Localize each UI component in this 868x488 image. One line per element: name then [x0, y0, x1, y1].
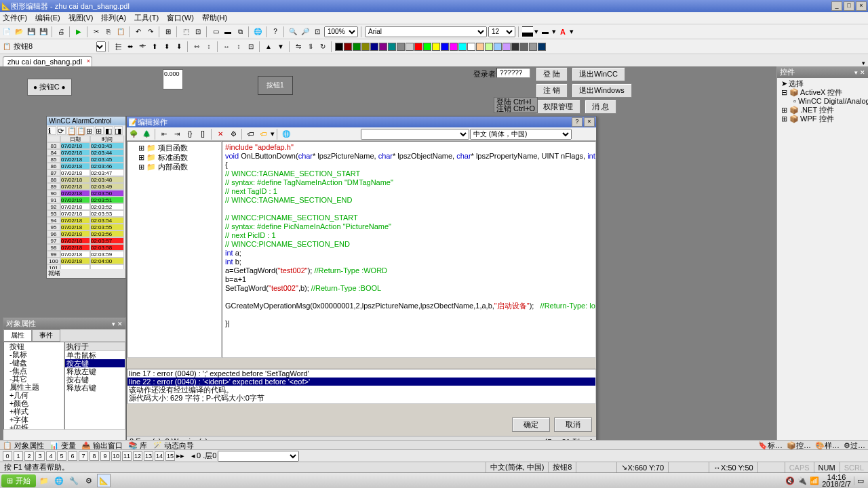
copy-icon[interactable]: ⎘: [103, 26, 114, 37]
font-family-select[interactable]: Arial: [365, 26, 487, 37]
color-swatch[interactable]: [538, 43, 546, 51]
align-left-icon[interactable]: ⬱: [113, 41, 123, 52]
layer-next-icon[interactable]: ▸▸: [176, 451, 184, 460]
exit-windows-button[interactable]: 退出Windows: [572, 83, 632, 98]
color-swatch[interactable]: [379, 43, 387, 51]
menu-edit[interactable]: 编辑(E): [35, 13, 60, 23]
open-icon[interactable]: 📂: [14, 26, 24, 37]
props-category-tree[interactable]: 按钮-鼠标-键盘-焦点-其它属性主题+几何+颜色+样式+字体+闪烁+其它+填充+…: [3, 342, 64, 430]
tree-select[interactable]: ➤ 选择: [778, 79, 867, 88]
layer-7[interactable]: 7: [79, 451, 88, 461]
prop-list-item[interactable]: 按左键: [65, 359, 125, 367]
layer-8[interactable]: 8: [90, 451, 99, 461]
menu-help[interactable]: 帮助(H): [202, 13, 227, 23]
color-swatch[interactable]: [344, 43, 352, 51]
layer-10[interactable]: 10: [111, 451, 121, 461]
prop-list-item[interactable]: 释放右键: [65, 384, 125, 392]
tree-wpf[interactable]: ⊞ 📦 WPF 控件: [778, 115, 867, 123]
cancel-button[interactable]: 取消: [554, 418, 592, 432]
samew-icon[interactable]: ↔: [221, 41, 232, 52]
menu-tools[interactable]: 工具(T): [134, 13, 159, 23]
align-top-icon[interactable]: ⬆: [149, 41, 160, 52]
taskbar-ie-icon[interactable]: 🌐: [52, 474, 66, 487]
object-dropdown[interactable]: [96, 41, 106, 52]
flipv-icon[interactable]: ⥮: [305, 41, 316, 52]
align-bot-icon[interactable]: ⬇: [174, 41, 184, 52]
error-pane[interactable]: line 17 : error (0040) : ';' expected be…: [127, 369, 596, 404]
code-globe-icon[interactable]: 🌐: [280, 129, 292, 140]
alarm-row[interactable]: 8507/02/1802:03:45: [47, 156, 125, 163]
color-swatch[interactable]: [502, 43, 511, 51]
code-outdent-icon[interactable]: ⇤: [158, 129, 170, 140]
taskbar-editor-icon[interactable]: 📐: [97, 474, 111, 487]
taskbar-app2-icon[interactable]: ⚙: [82, 474, 96, 487]
color-swatch[interactable]: [494, 43, 502, 51]
run-icon[interactable]: ▶: [73, 26, 84, 37]
props-tab-properties[interactable]: 属性: [3, 329, 32, 342]
color-swatch[interactable]: [361, 43, 370, 51]
prop-tree-item[interactable]: 按钮: [4, 342, 64, 350]
color-swatch[interactable]: [423, 43, 431, 51]
minimize-button[interactable]: _: [831, 1, 842, 11]
cut-icon[interactable]: ✂: [91, 26, 102, 37]
color-swatch[interactable]: [511, 43, 519, 51]
code-lang-select[interactable]: 中文 (简体，中国): [470, 129, 572, 140]
prop-tree-item[interactable]: 属性主题: [4, 383, 64, 391]
fillcolor-icon[interactable]: [522, 26, 533, 37]
alarm-tb-icon[interactable]: ◧: [104, 126, 113, 135]
alarm-control[interactable]: WinCC AlarmControl ℹ⟳📋📋⊞⊞◧◨ 日期时间 8307/02…: [46, 116, 126, 279]
props-icon[interactable]: 📋: [1, 41, 12, 52]
alarm-row[interactable]: 9907/02/1802:03:59: [47, 251, 125, 258]
textcolor-icon[interactable]: A: [557, 26, 568, 37]
layer-9[interactable]: 9: [100, 451, 110, 461]
align-center-icon[interactable]: ⬌: [125, 41, 136, 52]
tree-item[interactable]: ⊞ 📁 项目函数: [129, 143, 220, 152]
prop-tree-item[interactable]: +闪烁: [4, 424, 64, 430]
fliph-icon[interactable]: ⇋: [293, 41, 304, 52]
tree-item[interactable]: ▫ WinCC Digital/Analog C: [781, 97, 868, 106]
tray-showdesktop[interactable]: ▭: [854, 476, 864, 485]
alarm-tb-icon[interactable]: 📋: [76, 126, 85, 135]
dist-v-icon[interactable]: ↕: [203, 41, 214, 52]
zoomfit-icon[interactable]: ⊡: [312, 26, 323, 37]
code-editor[interactable]: #include "apdefap.h" void OnLButtonDown(…: [222, 141, 596, 358]
alarm-row[interactable]: 8707/02/1802:03:47: [47, 169, 125, 176]
props-tab-events[interactable]: 事件: [32, 329, 60, 342]
alarm-row[interactable]: 9507/02/1802:03:55: [47, 224, 125, 230]
exit-wincc-button[interactable]: 退出WinCC: [572, 67, 625, 81]
layer-prev-icon[interactable]: ◂: [191, 451, 195, 460]
prop-list-item[interactable]: 释放左键: [65, 367, 125, 375]
color-swatch[interactable]: [520, 43, 528, 51]
color-swatch[interactable]: [335, 43, 343, 51]
tray-icon[interactable]: 🔌: [797, 476, 807, 485]
design-canvas[interactable]: ● 按钮C ● 0.000 按钮1 登录者: ?????? 登 陆 退出WinC…: [0, 66, 776, 448]
alarm-row[interactable]: 9007/02/1802:03:50: [47, 190, 125, 197]
linecolor-icon[interactable]: ▬: [540, 26, 551, 37]
color-swatch[interactable]: [441, 43, 449, 51]
align-right-icon[interactable]: ⬲: [137, 41, 148, 52]
layer-5[interactable]: 5: [57, 451, 66, 461]
prop-tree-item[interactable]: +颜色: [4, 399, 64, 407]
prop-tree-item[interactable]: -鼠标: [4, 350, 64, 359]
code-tag-icon[interactable]: 🏷: [245, 129, 257, 140]
alarm-tb-icon[interactable]: ⊞: [85, 126, 94, 135]
alarm-row[interactable]: 9607/02/1802:03:56: [47, 230, 125, 237]
tree-net[interactable]: ⊞ 📦 .NET 控件: [778, 106, 867, 115]
taskbar-explorer-icon[interactable]: 📁: [37, 474, 51, 487]
prop-tree-item[interactable]: +样式: [4, 407, 64, 415]
rect-icon[interactable]: ▭: [210, 26, 221, 37]
saveall-icon[interactable]: 💾: [38, 26, 49, 37]
menu-window[interactable]: 窗口(W): [167, 13, 194, 23]
color-swatch[interactable]: [370, 43, 378, 51]
rotate-icon[interactable]: ↻: [317, 41, 328, 52]
layer-1[interactable]: 1: [14, 451, 23, 461]
color-swatch[interactable]: [432, 43, 440, 51]
alarm-row[interactable]: 9807/02/1802:03:58: [47, 244, 125, 251]
tray-icon[interactable]: 🔇: [785, 476, 795, 485]
canvas-button-1[interactable]: 按钮1: [258, 76, 293, 95]
controls-tree[interactable]: ➤ 选择 ⊟ 📦 ActiveX 控件 ▫ WinCC Digital/Anal…: [777, 78, 868, 125]
globe-icon[interactable]: 🌐: [252, 26, 263, 37]
start-button[interactable]: ⊞ 开始: [1, 474, 36, 487]
layer-0[interactable]: 0: [3, 451, 12, 461]
color-swatch[interactable]: [414, 43, 422, 51]
